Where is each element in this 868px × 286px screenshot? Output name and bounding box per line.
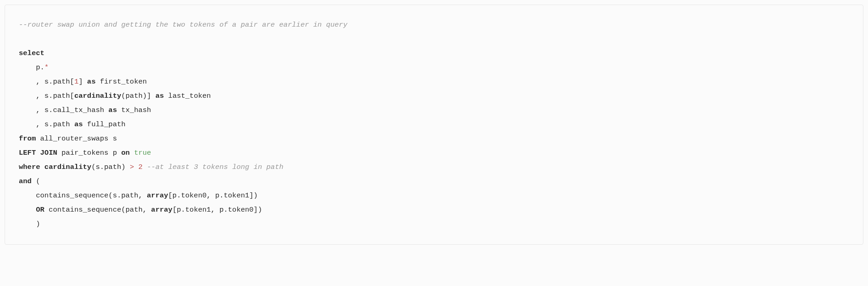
code-text: ) [19,220,40,228]
code-text: contains_sequence(path, [45,206,151,214]
code-text: tx_hash [117,106,151,114]
sql-code-block: --router swap union and getting the two … [5,5,863,245]
code-keyword-array: array [147,191,168,200]
code-text: , s.path [19,120,74,129]
code-keyword-as: as [74,120,83,129]
code-keyword-as: as [87,78,96,86]
code-text [130,149,134,157]
code-text: all_router_swaps s [36,135,117,143]
code-text: [p.token1, p.token0]) [172,206,262,214]
code-text: pair_tokens p [57,149,122,157]
code-text: ( [32,177,40,185]
code-keyword-or: OR [19,206,45,214]
code-number: 1 [74,78,78,86]
code-keyword-array: array [151,206,172,214]
code-keyword-on: on [121,149,130,157]
code-text [143,163,147,171]
code-keyword-as: as [108,106,117,114]
code-text [40,163,45,171]
code-boolean-true: true [134,149,151,157]
code-text: (s.path) [91,163,130,171]
code-text [134,163,138,171]
code-keyword-from: from [19,135,36,143]
code-text: p. [19,63,45,72]
code-keyword-cardinality: cardinality [45,163,91,171]
code-text: , s.call_tx_hash [19,106,108,114]
code-text: [p.token0, p.token1]) [168,191,258,200]
code-operator-star: * [45,63,49,72]
code-keyword-and: and [19,177,32,185]
code-text: , s.path[ [19,78,74,86]
code-operator-gt: > [130,163,134,171]
code-keyword-cardinality: cardinality [74,92,121,100]
code-comment: --at least 3 tokens long in path [147,163,284,171]
code-text: last_token [164,92,211,100]
code-text [36,149,40,157]
code-keyword-select: select [19,49,45,57]
code-text: ] [78,78,87,86]
code-text: first_token [95,78,147,86]
code-text: contains_sequence(s.path, [19,191,147,200]
code-text: full_path [83,120,126,129]
code-keyword-as: as [156,92,164,100]
code-keyword-left: LEFT [19,149,36,157]
code-keyword-where: where [19,163,40,171]
code-text: (path)] [121,92,155,100]
code-keyword-join: JOIN [40,149,57,157]
code-text: , s.path[ [19,92,74,100]
code-number: 2 [139,163,143,171]
code-comment: --router swap union and getting the two … [19,21,347,29]
